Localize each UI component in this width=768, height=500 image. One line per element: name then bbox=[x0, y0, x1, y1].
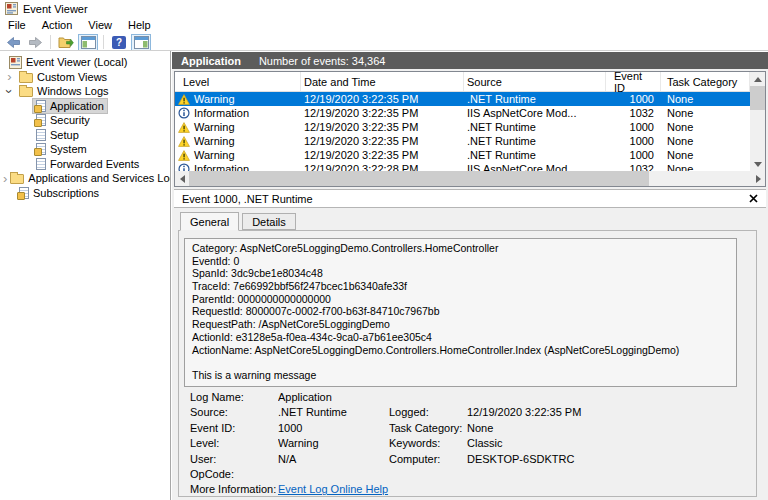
folder-icon bbox=[19, 73, 33, 83]
event-level-cell: Warning bbox=[175, 120, 301, 134]
show-console-tree-button[interactable] bbox=[78, 34, 98, 51]
column-header-date-and-time[interactable]: Date and Time bbox=[301, 72, 464, 91]
message-line: ActionId: e3128e5a-f0ea-434c-9ca0-a7b61e… bbox=[192, 331, 729, 344]
column-header-task-category[interactable]: Task Category bbox=[661, 72, 750, 91]
scroll-left-button[interactable] bbox=[175, 171, 189, 186]
event-id: 1032 bbox=[606, 162, 661, 171]
sidebar-item-label: Subscriptions bbox=[33, 187, 99, 199]
forward-arrow-icon bbox=[28, 36, 43, 49]
scroll-right-button[interactable] bbox=[751, 171, 765, 186]
back-button[interactable] bbox=[3, 34, 23, 51]
sidebar-item-security[interactable]: Security bbox=[0, 113, 170, 128]
column-header-source[interactable]: Source bbox=[464, 72, 606, 91]
sidebar-item-label: Applications and Services Logs bbox=[28, 172, 171, 184]
sidebar-item-label: Forwarded Events bbox=[50, 158, 139, 170]
sidebar-item-windows-logs[interactable]: Windows Logs bbox=[0, 84, 170, 99]
event-level-cell: Warning bbox=[175, 92, 301, 106]
event-row[interactable]: Information 12/19/2020 3:22:35 PM IIS As… bbox=[175, 106, 750, 120]
field-value bbox=[467, 467, 751, 482]
sidebar-item-application[interactable]: Application bbox=[0, 99, 170, 114]
sidebar-item-label: System bbox=[50, 143, 87, 155]
event-message-box[interactable]: Category: AspNetCore5LoggingDemo.Control… bbox=[184, 238, 737, 387]
menu-view[interactable]: View bbox=[80, 19, 120, 31]
message-line: RequestId: 8000007c-0002-f700-b63f-84710… bbox=[192, 305, 729, 318]
sidebar-item-custom-views[interactable]: Custom Views bbox=[0, 70, 170, 85]
sidebar-item-event-viewer-local[interactable]: Event Viewer (Local) bbox=[0, 55, 170, 70]
log-file-icon bbox=[36, 158, 46, 170]
event-list: Level Date and Time Source Event ID Task… bbox=[174, 71, 766, 187]
field-value bbox=[278, 467, 389, 482]
results-pane: Application Number of events: 34,364 Lev… bbox=[172, 52, 768, 500]
field-value: Classic bbox=[467, 436, 751, 451]
event-date: 12/19/2020 3:22:35 PM bbox=[301, 92, 464, 106]
field-label: OpCode: bbox=[190, 467, 278, 482]
menu-help[interactable]: Help bbox=[120, 19, 159, 31]
message-line: SpanId: 3dc9cbe1e8034c48 bbox=[192, 267, 729, 280]
event-row[interactable]: Warning 12/19/2020 3:22:35 PM .NET Runti… bbox=[175, 120, 750, 134]
chevron-down-icon[interactable] bbox=[3, 85, 16, 98]
information-icon bbox=[178, 163, 190, 171]
field-value bbox=[467, 482, 751, 497]
export-log-button[interactable] bbox=[56, 34, 76, 51]
message-line bbox=[192, 356, 729, 369]
window-title: Event Viewer bbox=[23, 3, 88, 15]
message-line: This is a warning message bbox=[192, 369, 729, 382]
event-source: .NET Runtime bbox=[464, 92, 606, 106]
field-label: Keywords: bbox=[389, 436, 467, 451]
column-header-event-id[interactable]: Event ID bbox=[606, 72, 661, 91]
event-row[interactable]: Warning 12/19/2020 3:22:35 PM .NET Runti… bbox=[175, 92, 750, 106]
field-value: N/A bbox=[278, 452, 389, 467]
triangle-left-icon bbox=[180, 175, 185, 183]
tab-general[interactable]: General bbox=[180, 212, 239, 231]
field-value: .NET Runtime bbox=[278, 405, 389, 420]
tab-details[interactable]: Details bbox=[242, 213, 296, 230]
folder-icon bbox=[10, 174, 24, 184]
sidebar-item-forwarded-events[interactable]: Forwarded Events bbox=[0, 157, 170, 172]
event-source: .NET Runtime bbox=[464, 148, 606, 162]
field-value: DESKTOP-6SDKTRC bbox=[467, 452, 751, 467]
sidebar-item-label: Custom Views bbox=[37, 71, 107, 83]
menu-file[interactable]: File bbox=[0, 19, 34, 31]
close-icon[interactable] bbox=[749, 194, 758, 203]
event-level-cell: Warning bbox=[175, 134, 301, 148]
forward-button[interactable] bbox=[25, 34, 45, 51]
sidebar-item-subscriptions[interactable]: Subscriptions bbox=[0, 186, 170, 201]
event-id: 1032 bbox=[606, 106, 661, 120]
preview-body: General Details Category: AspNetCore5Log… bbox=[174, 208, 766, 500]
show-action-pane-button[interactable] bbox=[131, 34, 151, 51]
toolbar-separator bbox=[50, 35, 51, 49]
log-file-icon bbox=[36, 129, 46, 141]
field-value: Application bbox=[278, 390, 389, 405]
horizontal-scrollbar[interactable] bbox=[175, 171, 765, 186]
horizontal-scrollbar-thumb[interactable] bbox=[189, 171, 649, 186]
event-log-online-help-link[interactable]: Event Log Online Help bbox=[278, 482, 389, 497]
menu-action[interactable]: Action bbox=[34, 19, 81, 31]
field-label bbox=[389, 467, 467, 482]
scroll-up-button[interactable] bbox=[750, 72, 765, 86]
sidebar-item-setup[interactable]: Setup bbox=[0, 128, 170, 143]
event-log-icon bbox=[36, 143, 46, 155]
sidebar-item-applications-and-services-logs[interactable]: Applications and Services Logs bbox=[0, 171, 170, 186]
general-tab-page: Category: AspNetCore5LoggingDemo.Control… bbox=[178, 230, 757, 497]
event-task-category: None bbox=[661, 106, 750, 120]
field-label: Event ID: bbox=[190, 421, 278, 436]
sidebar-item-system[interactable]: System bbox=[0, 142, 170, 157]
event-level: Warning bbox=[194, 93, 235, 105]
triangle-up-icon bbox=[754, 77, 762, 82]
sidebar-item-label: Security bbox=[50, 114, 90, 126]
warning-icon bbox=[178, 136, 190, 147]
column-header-level[interactable]: Level bbox=[175, 72, 301, 91]
event-row[interactable]: Warning 12/19/2020 3:22:35 PM .NET Runti… bbox=[175, 148, 750, 162]
scroll-down-button[interactable] bbox=[750, 157, 765, 171]
help-button[interactable] bbox=[109, 34, 129, 51]
event-id: 1000 bbox=[606, 148, 661, 162]
back-arrow-icon bbox=[6, 36, 21, 49]
vertical-scrollbar-thumb[interactable] bbox=[750, 86, 765, 110]
vertical-scrollbar[interactable] bbox=[750, 72, 765, 171]
chevron-right-icon[interactable] bbox=[3, 70, 16, 83]
field-value: 1000 bbox=[278, 421, 389, 436]
triangle-down-icon bbox=[754, 162, 762, 167]
event-row[interactable]: Warning 12/19/2020 3:22:35 PM .NET Runti… bbox=[175, 134, 750, 148]
toolbar bbox=[0, 33, 768, 51]
event-row[interactable]: Information 12/19/2020 3:22:28 PM IIS As… bbox=[175, 162, 750, 171]
